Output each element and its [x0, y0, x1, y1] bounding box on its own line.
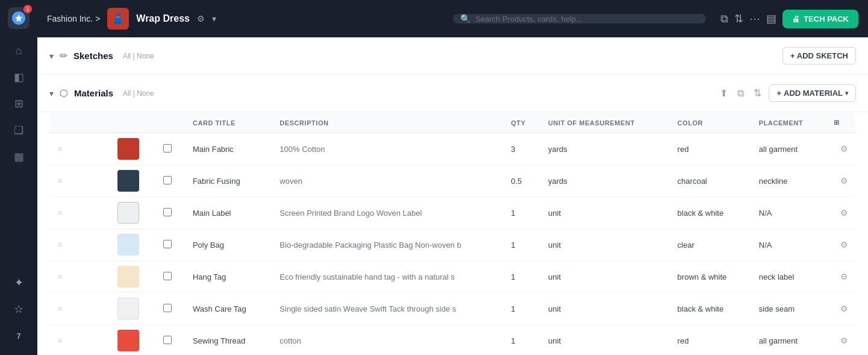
row-checkbox[interactable]	[163, 176, 172, 184]
col-thumb	[110, 113, 157, 133]
sketches-title: Sketches	[73, 51, 113, 61]
notification-badge: 1	[23, 5, 32, 13]
materials-toggle[interactable]: ▾	[49, 89, 54, 98]
sidebar-item-star[interactable]: ☆	[7, 297, 31, 321]
row-checkbox[interactable]	[163, 304, 172, 312]
row-settings-icon[interactable]: ⚙	[840, 176, 848, 186]
product-settings-icon[interactable]: ⚙	[197, 14, 205, 24]
sidebar: 1 ⌂ ◧ ⊞ ❑ ▦ ✦ ☆ 7	[0, 0, 37, 355]
row-thumbnail[interactable]	[117, 266, 139, 287]
row-thumb-cell	[110, 229, 157, 261]
search-input[interactable]	[475, 14, 699, 24]
row-handle-cell: ≡	[50, 261, 110, 293]
row-thumb-cell	[110, 165, 157, 197]
more-icon[interactable]: ⋯	[749, 12, 760, 25]
row-handle-cell: ≡	[50, 197, 110, 229]
row-placement: side seam	[752, 293, 827, 325]
add-sketch-button[interactable]: + ADD SKETCH	[782, 47, 856, 64]
row-checkbox[interactable]	[163, 336, 172, 344]
row-settings-icon[interactable]: ⚙	[840, 304, 848, 313]
row-thumbnail[interactable]	[117, 170, 139, 192]
product-name: Wrap Dress	[136, 13, 190, 24]
row-qty: 3	[504, 133, 541, 165]
drag-handle-icon[interactable]: ≡	[57, 144, 62, 154]
search-icon: 🔍	[460, 14, 470, 24]
materials-copy-icon[interactable]: ⧉	[735, 86, 746, 101]
row-settings-icon[interactable]: ⚙	[840, 208, 848, 218]
row-card-title[interactable]: Main Fabric	[186, 133, 272, 165]
sidebar-bottom: ✦ ☆ 7	[7, 271, 31, 348]
row-card-title[interactable]: Wash Care Tag	[186, 293, 272, 325]
materials-title: Materials	[74, 88, 113, 98]
materials-section-header: ▾ ⬡ Materials All | None ⬆ ⧉ ⇅ + ADD MAT…	[37, 75, 868, 112]
sketches-section-header: ▾ ✏ Sketches All | None + ADD SKETCH	[37, 37, 868, 75]
drag-handle-icon[interactable]: ≡	[57, 208, 62, 218]
col-card-title: Card Title	[186, 113, 272, 133]
sidebar-item-help[interactable]: 7	[7, 324, 31, 348]
drag-handle-icon[interactable]: ≡	[57, 336, 62, 345]
row-card-title[interactable]: Hang Tag	[186, 261, 272, 293]
drag-handle-icon[interactable]: ≡	[57, 272, 62, 281]
sidebar-item-user[interactable]: ✦	[7, 271, 31, 295]
filter-icon[interactable]: ⇅	[734, 12, 743, 25]
sketches-toggle[interactable]: ▾	[49, 51, 54, 61]
add-material-button[interactable]: + ADD MATERIAL ▾	[769, 84, 856, 102]
row-qty: 1	[504, 229, 541, 261]
materials-filter-icon[interactable]: ⇅	[751, 85, 764, 101]
row-checkbox[interactable]	[163, 144, 172, 152]
row-settings-icon[interactable]: ⚙	[840, 240, 848, 250]
drag-handle-icon[interactable]: ≡	[57, 304, 62, 313]
row-unit: unit	[541, 325, 670, 356]
row-handle-cell: ≡	[50, 293, 110, 325]
row-checkbox[interactable]	[163, 208, 172, 216]
product-chevron-icon[interactable]: ▾	[212, 14, 216, 24]
row-thumbnail[interactable]	[117, 202, 139, 224]
row-checkbox[interactable]	[163, 272, 172, 280]
tech-pack-button[interactable]: 🖨 TECH PACK	[782, 10, 858, 28]
row-settings-icon[interactable]: ⚙	[840, 144, 848, 154]
row-placement: all garment	[752, 325, 827, 356]
row-color: red	[670, 325, 752, 356]
layout-icon[interactable]: ▤	[766, 12, 776, 25]
row-handle-cell: ≡	[50, 133, 110, 165]
drag-handle-icon[interactable]: ≡	[57, 240, 62, 250]
table-row: ≡ Fabric Fusing woven 0.5 yards charcoal…	[50, 165, 856, 197]
row-thumb-cell	[110, 133, 157, 165]
sidebar-item-cube[interactable]: ❑	[7, 118, 31, 142]
row-unit: unit	[541, 229, 670, 261]
row-card-title[interactable]: Fabric Fusing	[186, 165, 272, 197]
row-settings-icon[interactable]: ⚙	[840, 336, 848, 345]
sidebar-item-grid[interactable]: ⊞	[7, 92, 31, 116]
col-actions: ⊞	[826, 113, 855, 133]
content-area: ▾ ✏ Sketches All | None + ADD SKETCH ▾ ⬡…	[37, 37, 868, 355]
row-thumb-cell	[110, 293, 157, 325]
sidebar-item-home[interactable]: ⌂	[7, 39, 31, 63]
row-checkbox-cell	[156, 261, 186, 293]
row-description: Single sided satin Weave Swift Tack thro…	[272, 293, 504, 325]
row-card-title[interactable]: Poly Bag	[186, 229, 272, 261]
row-checkbox[interactable]	[163, 240, 172, 248]
row-unit: yards	[541, 133, 670, 165]
sidebar-item-chart[interactable]: ▦	[7, 145, 31, 169]
row-thumbnail[interactable]	[117, 234, 139, 256]
row-color: charcoal	[670, 165, 752, 197]
row-thumbnail[interactable]	[117, 138, 139, 160]
row-gear-cell: ⚙	[826, 165, 855, 197]
row-thumbnail[interactable]	[117, 330, 139, 351]
col-color: COLOR	[670, 113, 752, 133]
row-card-title[interactable]: Main Label	[186, 197, 272, 229]
row-description: woven	[272, 165, 504, 197]
row-thumbnail[interactable]	[117, 298, 139, 319]
copy-icon[interactable]: ⧉	[720, 13, 728, 25]
drag-handle-icon[interactable]: ≡	[57, 176, 62, 186]
table-row: ≡ Main Label Screen Printed Brand Logo W…	[50, 197, 856, 229]
row-color: red	[670, 133, 752, 165]
col-unit: UNIT OF MEASUREMENT	[541, 113, 670, 133]
materials-upload-icon[interactable]: ⬆	[717, 85, 730, 101]
row-placement: N/A	[752, 197, 827, 229]
row-settings-icon[interactable]: ⚙	[840, 272, 848, 281]
row-card-title[interactable]: Sewing Thread	[186, 325, 272, 356]
row-description: cotton	[272, 325, 504, 356]
row-checkbox-cell	[156, 229, 186, 261]
sidebar-item-layers[interactable]: ◧	[7, 65, 31, 89]
